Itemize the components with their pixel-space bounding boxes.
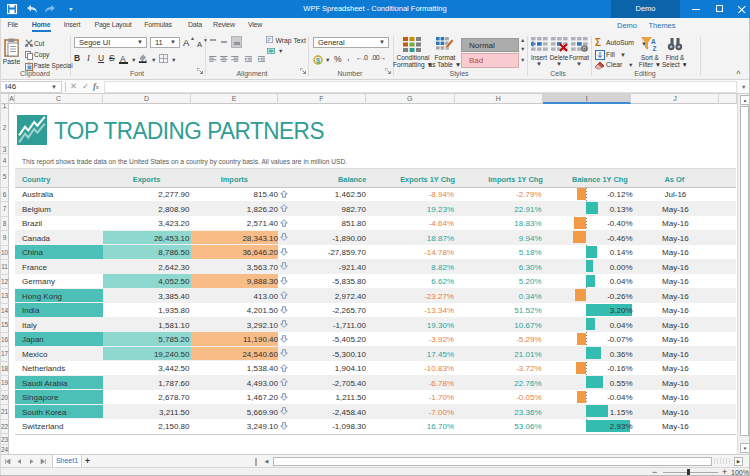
svg-text:A: A bbox=[651, 38, 656, 45]
svg-text:Z: Z bbox=[653, 45, 657, 52]
